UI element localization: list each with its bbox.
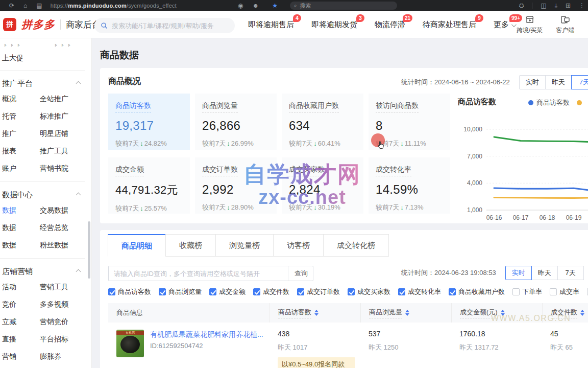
nav-overdue-aftersale[interactable]: 即将逾期售后4 [248, 20, 294, 30]
sidebar-item[interactable]: 直播 [2, 335, 40, 344]
column-gmv[interactable]: 成交金额(元) [451, 303, 542, 323]
metric-favorites[interactable]: 商品收藏用户数 [449, 287, 505, 296]
sidebar-item[interactable]: 经营总览 [40, 223, 68, 233]
metric-deal-rate[interactable]: 成交率 [550, 287, 579, 296]
tab-conversion-rank[interactable]: 成交转化榜 [323, 234, 389, 257]
sidebar-item[interactable]: 账户 [2, 164, 40, 173]
sidebar-item[interactable]: 竞价 [2, 300, 40, 309]
nav-pending-aftersale[interactable]: 待商家处理售后9 [423, 20, 476, 30]
metric-orders[interactable]: 成交订单数 [297, 287, 340, 296]
sidebar-item[interactable]: 交易数据 [40, 206, 68, 215]
tab-product-detail[interactable]: 商品明细 [108, 234, 166, 257]
header-search-box[interactable] [94, 18, 235, 33]
settings-icon[interactable]: ⋮ [579, 2, 585, 9]
tab-pageview-rank[interactable]: 浏览量榜 [215, 234, 274, 257]
metric-buyers[interactable]: 成交买家数 [348, 287, 390, 296]
collections-icon[interactable]: ⊞ [566, 2, 571, 9]
sidebar-section-marketing[interactable]: 店铺营销 [0, 259, 91, 279]
tab-visitor-rank[interactable]: 访客榜 [273, 234, 324, 257]
sidebar-item[interactable]: 营销书院 [40, 164, 68, 173]
sidebar-item[interactable]: 平台招标 [40, 335, 68, 344]
sort-icon[interactable] [314, 310, 318, 316]
query-button[interactable]: 查询 [288, 266, 313, 281]
sidebar-item[interactable]: 膨胀券 [40, 352, 61, 361]
bookmark-star-icon[interactable]: ★ [272, 2, 278, 9]
stat-card-buyers[interactable]: 成交买家数 2,824 较前7天↓30.19% [282, 157, 363, 214]
column-pageviews[interactable]: 商品浏览量 [360, 303, 451, 323]
sidebar-item[interactable]: 全站推广 [40, 95, 68, 104]
stat-card-conversion[interactable]: 成交转化率 14.59% 较前7天↓7.13% [369, 157, 450, 214]
downloads-icon[interactable]: ⤓ [555, 2, 557, 9]
quick-link-client-app[interactable]: 客户端 [556, 14, 574, 35]
metric-order-rate[interactable]: 下单率 [512, 287, 542, 296]
sidebar-item[interactable]: 概况 [2, 95, 40, 104]
range-yesterday-button[interactable]: 昨天 [531, 266, 558, 280]
header-nav: 即将逾期售后4 即将逾期发货3 物流停滞21 待商家处理售后9 更多99+ [248, 11, 515, 38]
sidebar-item[interactable]: 推广 [2, 129, 40, 139]
product-id-input[interactable] [109, 270, 288, 278]
split-screen-icon[interactable]: ◫ [541, 2, 546, 9]
sidebar-item[interactable]: 活动 [2, 283, 40, 292]
read-aloud-icon[interactable]: ◉ [238, 0, 243, 11]
metric-gmv[interactable]: 成交金额 [209, 287, 246, 296]
product-image[interactable]: 有机肥 [116, 330, 144, 357]
range-7days-button[interactable]: 7天 [571, 75, 588, 89]
sidebar-item-promo[interactable]: 上大促 [0, 47, 91, 70]
sidebar-item[interactable]: 营销工具 [40, 283, 68, 292]
sidebar-item[interactable]: 报表 [2, 147, 40, 156]
stat-card-visitors[interactable]: 商品访客数 19,317 较前7天↓24.82% [108, 94, 190, 150]
nav-overdue-shipment[interactable]: 即将逾期发货3 [311, 20, 357, 30]
page-info-icon[interactable]: ▤ [36, 0, 42, 11]
metric-conversion[interactable]: 成交转化率 [398, 287, 441, 296]
sidebar-item[interactable]: 数据 [2, 223, 40, 233]
range-7days-button[interactable]: 7天 [557, 266, 584, 280]
sidebar-item[interactable]: 立减 [2, 317, 40, 327]
sidebar-item[interactable]: 托管 [2, 112, 40, 121]
range-realtime-button[interactable]: 实时 [519, 75, 546, 89]
stat-card-gmv[interactable]: 成交金额 44,791.32元 较前7天↓25.57% [108, 157, 190, 214]
stat-compare: 较前7天↓7.13% [376, 203, 443, 212]
down-arrow-icon: ↓ [400, 203, 404, 211]
nav-logistics-stalled[interactable]: 物流停滞21 [375, 20, 405, 30]
sidebar-scrollbar[interactable] [88, 221, 90, 279]
sort-icon[interactable] [501, 310, 505, 316]
metric-pageviews[interactable]: 商品浏览量 [159, 287, 202, 296]
sidebar-item[interactable]: 标准推广 [40, 112, 68, 121]
metric-visitors[interactable]: 商品访客数 [108, 287, 151, 296]
promo-tag[interactable]: 以¥0.5~49.0报名同款竞价 [278, 357, 355, 368]
sidebar-item[interactable]: 粉丝数据 [40, 241, 68, 250]
sidebar-item[interactable]: 营销 [2, 352, 40, 361]
header-search-input[interactable] [112, 22, 224, 30]
nav-more[interactable]: 更多99+ [494, 20, 515, 30]
profile-icon[interactable]: ☻ [253, 0, 259, 11]
address-bar[interactable]: https://mms.pinduoduo.com/sycm/goods_eff… [51, 3, 177, 9]
logo[interactable]: 拼 拼多多 商家后台 [3, 17, 101, 32]
sidebar-item[interactable]: 推广工具 [40, 147, 68, 156]
stat-card-orders[interactable]: 成交订单数 2,992 较前7天↓28.90% [195, 157, 277, 214]
column-visitors[interactable]: 商品访客数 [270, 303, 360, 323]
sidebar-section-promotion[interactable]: 推广平台 [0, 71, 91, 90]
stat-card-favorites[interactable]: 商品收藏用户数 634 较前7天↓60.41% [282, 94, 363, 150]
browser-search-box[interactable]: ⌕搜索 [290, 2, 397, 10]
reload-icon[interactable]: ⟳ [9, 0, 14, 11]
metric-pieces[interactable]: 成交件数 [253, 287, 289, 296]
tab-favorites-rank[interactable]: 收藏榜 [165, 234, 216, 257]
quick-link-crossborder[interactable]: 跨境/买菜 [517, 14, 543, 35]
sidebar-item[interactable]: 营销竞价 [40, 317, 68, 327]
sort-icon[interactable] [405, 310, 409, 316]
stat-card-pageviews[interactable]: 商品浏览量 26,866 较前7天↓26.99% [195, 94, 277, 150]
home-icon[interactable]: ⌂ [23, 0, 27, 11]
sidebar-section-data-center[interactable]: 数据中心 [0, 182, 91, 202]
sidebar-item-active[interactable]: 数据 [2, 206, 40, 215]
range-realtime-button[interactable]: 实时 [505, 266, 532, 280]
sidebar-item[interactable]: 多多视频 [40, 300, 68, 309]
sort-icon[interactable] [580, 310, 584, 316]
range-yesterday-button[interactable]: 昨天 [545, 75, 572, 89]
product-title-link[interactable]: 有机肥瓜果蔬菜花肥料家用养花植... [150, 330, 263, 339]
column-pieces[interactable]: 成交件数 [542, 303, 588, 323]
search-icon: ⌕ [294, 3, 297, 9]
extensions-icon[interactable]: ⛭ [519, 2, 524, 9]
sidebar-item[interactable]: 明星店铺 [40, 129, 68, 139]
sidebar-item[interactable]: 数据 [2, 241, 40, 250]
stat-card-visited-products[interactable]: 被访问商品数 8 较前7天↓11.11% [369, 94, 450, 150]
